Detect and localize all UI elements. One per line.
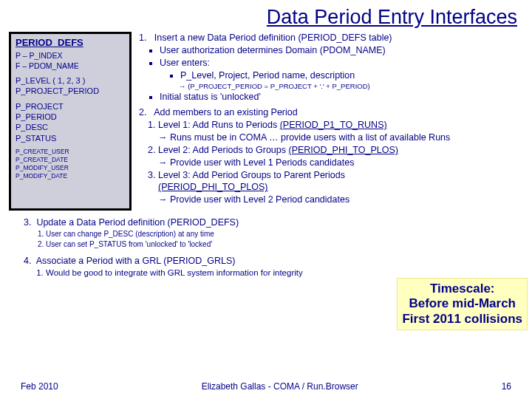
item-3-s2: User can set P_STATUS from 'unlocked' to… xyxy=(46,239,523,250)
highlight-l2: Before mid-March xyxy=(402,296,522,311)
defs-m1: P_CREATE_USER xyxy=(16,148,125,156)
defs-pk2: F – PDOM_NAME xyxy=(16,61,125,72)
footer: Feb 2010 Elizabeth Gallas - COMA / Run.B… xyxy=(0,381,532,392)
item-1-b2: User enters: xyxy=(160,58,210,68)
footer-date: Feb 2010 xyxy=(21,381,58,392)
item-1: 1. Insert a new Data Period definition (… xyxy=(139,32,523,103)
item-2-title: Add members to an existing Period xyxy=(154,107,298,117)
defs-level: P_LEVEL ( 1, 2, 3 ) P_PROJECT_PERIOD xyxy=(16,75,125,97)
footer-page: 16 xyxy=(502,381,511,392)
item-3-s1: User can change P_DESC (description) at … xyxy=(46,229,523,239)
defs-m2: P_CREATE_DATE xyxy=(16,156,125,164)
item-2-l3: Level 3: Add Period Groups to Parent Per… xyxy=(158,169,523,207)
item-1-title: Insert a new Data Period definition (PER… xyxy=(154,33,392,43)
item-2: 2. Add members to an existing Period Lev… xyxy=(139,106,523,206)
defs-pk: P – P_INDEX F – PDOM_NAME xyxy=(16,51,125,71)
item-4-title: Associate a Period with a GRL (PERIOD_GR… xyxy=(36,256,236,266)
item-3-title: Update a Data Period definition (PERIOD_… xyxy=(36,217,239,228)
item-2-l3u: (PERIOD_PHI_TO_PLOS) xyxy=(158,181,523,194)
item-4: 4. Associate a Period with a GRL (PERIOD… xyxy=(24,255,523,279)
lower-items: 3. Update a Data Period definition (PERI… xyxy=(0,211,532,279)
main-items: 1. Insert a new Data Period definition (… xyxy=(132,32,523,211)
item-2-l1a: → Runs must be in COMA … provide users w… xyxy=(158,132,523,144)
item-1-b1: User authorization determines Domain (PD… xyxy=(160,44,523,57)
item-1-b2a: P_Level, Project, Period name, descripti… xyxy=(180,69,523,82)
item-2-l2: Level 2: Add Periods to Groups (PERIOD_P… xyxy=(158,144,523,169)
highlight-box: Timescale: Before mid-March First 2011 c… xyxy=(397,278,528,330)
defs-pk1: P – P_INDEX xyxy=(16,51,125,61)
period-defs-box: PERIOD_DEFS P – P_INDEX F – PDOM_NAME P_… xyxy=(9,32,132,211)
highlight-l3: First 2011 collisions xyxy=(402,312,522,327)
defs-heading: PERIOD_DEFS xyxy=(16,37,125,50)
item-2-l1: Level 1: Add Runs to Periods (PERIOD_P1_… xyxy=(158,119,523,144)
defs-m4: P_MODIFY_DATE xyxy=(16,172,125,180)
defs-g2: P_PERIOD xyxy=(16,112,125,122)
defs-g1: P_PROJECT xyxy=(16,101,125,112)
item-2-l2a: → Provide user with Level 1 Periods cand… xyxy=(158,157,523,169)
defs-g4: P_STATUS xyxy=(16,133,125,143)
defs-m3: P_MODIFY_USER xyxy=(16,164,125,172)
item-1-b3: Initial status is 'unlocked' xyxy=(160,91,523,103)
defs-group: P_PROJECT P_PERIOD P_DESC P_STATUS xyxy=(16,101,125,143)
footer-author: Elizabeth Gallas - COMA / Run.Browser xyxy=(202,381,358,392)
item-1-b2b: → (P_PROJECT_PERIOD = P_PROJECT + '.' + … xyxy=(160,82,523,92)
slide-title: Data Period Entry Interfaces xyxy=(0,0,532,32)
item-2-l3a: → Provide user with Level 2 Period candi… xyxy=(158,194,523,206)
highlight-l1: Timescale: xyxy=(402,282,522,296)
defs-lvl2: P_PROJECT_PERIOD xyxy=(16,86,125,96)
defs-lvl1: P_LEVEL ( 1, 2, 3 ) xyxy=(16,75,125,86)
defs-g3: P_DESC xyxy=(16,122,125,132)
defs-meta: P_CREATE_USER P_CREATE_DATE P_MODIFY_USE… xyxy=(16,148,125,180)
item-3: 3. Update a Data Period definition (PERI… xyxy=(24,216,523,249)
